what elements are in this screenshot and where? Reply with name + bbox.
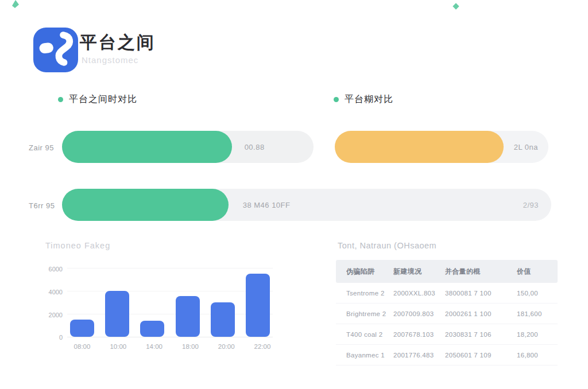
table-row: T400 coal 2 2007678.103 2030831 7 106 18… [336,324,558,345]
x-tick-label: 20:00 [214,343,239,350]
chart-bar [176,296,200,337]
bar-chart-title: Timoneo Fakeg [45,241,110,250]
x-axis-labels: 08:00 10:00 14:00 18:00 20:00 22:00 [69,343,275,350]
comparison-row2-right-value: 2/93 [523,201,539,209]
table-cell: Brightreme 2 [346,310,393,317]
bar-group [69,274,270,337]
comparison-row1-right-fill [335,131,504,163]
table-title: Tont, Natraun (OHsaoem [338,241,436,250]
table-cell: 16,800 [517,352,558,359]
table-header-cell: 并合量的棍 [445,267,517,277]
comparison-row2-value: 38 M46 10FF [243,201,291,209]
bar-chart: 6000 4000 2000 0 08:00 10:00 14:00 18:00… [43,258,277,356]
comparison-row1-right-track: 2L 0na [335,131,548,163]
table-cell: 2000261 1 100 [445,310,517,317]
x-axis-line [67,337,273,337]
table-cell: 2030831 7 106 [445,331,517,338]
comparison-row1-label: Zair 95 [29,143,54,152]
x-tick-label: 08:00 [69,343,95,350]
y-tick-label: 0 [43,334,63,341]
chart-bar [105,291,129,337]
table-cell: 150,00 [517,290,558,297]
x-tick-label: 10:00 [106,343,131,350]
comparison-row2-track: 38 M46 10FF 2/93 [62,189,551,221]
table-cell: 181,600 [517,310,558,317]
y-tick-label: 4000 [43,289,63,295]
legend-item-left[interactable]: 平台之间时对比 [58,94,137,106]
table-cell: T400 coal 2 [346,331,393,338]
x-tick-label: 18:00 [177,343,203,350]
chart-bar [211,302,235,337]
decor-accent-right [452,2,460,10]
comparison-row2-fill [62,189,229,221]
comparison-row2-label: T6rr 95 [29,201,55,210]
table-header-cell: 伪骗陷阱 [346,267,393,277]
logo-icon [33,28,78,72]
page-subtitle: Ntangstomec [82,55,138,65]
gridline [67,268,273,269]
app-logo [33,28,78,72]
table-header-cell: 价值 [517,267,558,277]
legend-item-right[interactable]: 平台糊对比 [334,94,393,106]
comparison-row1-left-value: 00.88 [245,143,265,151]
table-cell: 2000XXL.803 [393,290,445,297]
table-cell: 2050601 7 109 [445,352,517,359]
comparison-row1-left-fill [62,131,232,163]
bar-chart-plot-area: 6000 4000 2000 0 [67,262,273,337]
table-cell: 2007678.103 [393,331,445,338]
chart-bar [246,274,270,337]
dashboard-page: 平台之间 Ntangstomec 平台之间时对比 平台糊对比 Zair 95 0… [0,0,588,389]
table-header-row: 伪骗陷阱 新建境况 并合量的棍 价值 [336,260,558,283]
legend-dot-icon [58,97,63,102]
y-tick-label: 6000 [43,266,63,273]
table-cell: 18,200 [517,331,558,338]
legend-label: 平台糊对比 [345,94,393,106]
legend-label: 平台之间时对比 [69,94,137,106]
comparison-row1-right-value: 2L 0na [514,143,538,151]
table-cell: Tsentrome 2 [346,290,393,297]
table-row: Tsentrome 2 2000XXL.803 3800081 7 100 15… [336,283,558,304]
table-cell: 2007009.803 [393,310,445,317]
decor-accent-left [11,0,21,9]
table-row: Bayanmec 1 2001776.483 2050601 7 109 16,… [336,345,558,365]
table-row: Brightreme 2 2007009.803 2000261 1 100 1… [336,304,558,324]
table-header-cell: 新建境况 [393,267,445,277]
data-table: 伪骗陷阱 新建境况 并合量的棍 价值 Tsentrome 2 2000XXL.8… [336,260,558,365]
x-tick-label: 14:00 [142,343,167,350]
page-title: 平台之间 [80,31,156,55]
table-cell: Bayanmec 1 [346,352,393,359]
table-cell: 3800081 7 100 [445,290,517,297]
comparison-row1-left-track: 00.88 [62,131,314,163]
chart-bar [70,320,94,337]
legend-dot-icon [334,97,339,102]
y-tick-label: 2000 [43,312,63,318]
x-tick-label: 22:00 [250,343,275,350]
table-cell: 2001776.483 [393,352,445,359]
chart-bar [140,321,164,337]
